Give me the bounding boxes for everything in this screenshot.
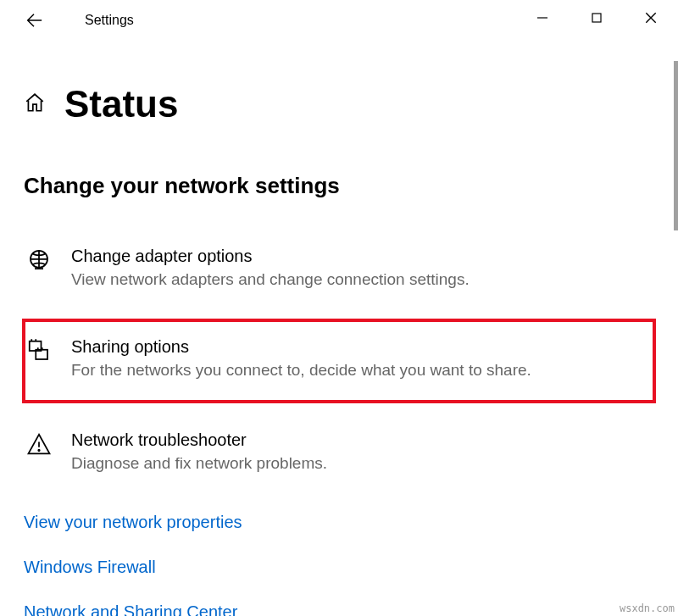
globe-icon — [25, 247, 53, 274]
home-icon[interactable] — [24, 92, 46, 117]
watermark: wsxdn.com — [620, 602, 675, 614]
option-text: Network troubleshooter Diagnose and fix … — [71, 429, 653, 475]
sharing-icon — [25, 337, 53, 364]
option-title: Sharing options — [71, 336, 646, 358]
option-desc: View network adapters and change connect… — [71, 269, 653, 291]
svg-point-4 — [38, 450, 40, 452]
option-title: Network troubleshooter — [71, 429, 653, 451]
warning-icon — [25, 430, 53, 458]
arrow-left-icon — [25, 11, 43, 30]
page-title: Status — [64, 83, 178, 125]
window-controls — [515, 0, 678, 36]
scrollbar[interactable] — [674, 61, 678, 230]
app-title: Settings — [85, 13, 134, 28]
link-network-properties[interactable]: View your network properties — [24, 513, 654, 532]
link-windows-firewall[interactable]: Windows Firewall — [24, 558, 654, 577]
back-button[interactable] — [15, 2, 53, 39]
section-title: Change your network settings — [24, 173, 654, 199]
option-desc: Diagnose and fix network problems. — [71, 452, 653, 475]
page-content: Status Change your network settings Chan… — [0, 41, 678, 616]
minimize-icon — [536, 12, 548, 24]
minimize-button[interactable] — [515, 0, 570, 36]
maximize-icon — [591, 12, 603, 24]
title-bar: Settings — [0, 0, 678, 41]
maximize-button[interactable] — [570, 0, 624, 36]
close-button[interactable] — [624, 0, 678, 36]
close-icon — [644, 11, 658, 25]
option-change-adapter[interactable]: Change adapter options View network adap… — [24, 240, 654, 297]
option-text: Change adapter options View network adap… — [71, 245, 653, 291]
link-network-sharing-center[interactable]: Network and Sharing Center — [24, 602, 654, 616]
option-sharing[interactable]: Sharing options For the networks you con… — [24, 320, 654, 402]
option-text: Sharing options For the networks you con… — [71, 336, 646, 382]
page-header: Status — [24, 83, 654, 125]
option-troubleshooter[interactable]: Network troubleshooter Diagnose and fix … — [24, 424, 654, 480]
svg-rect-0 — [592, 14, 601, 22]
option-title: Change adapter options — [71, 245, 653, 267]
option-desc: For the networks you connect to, decide … — [71, 359, 646, 382]
